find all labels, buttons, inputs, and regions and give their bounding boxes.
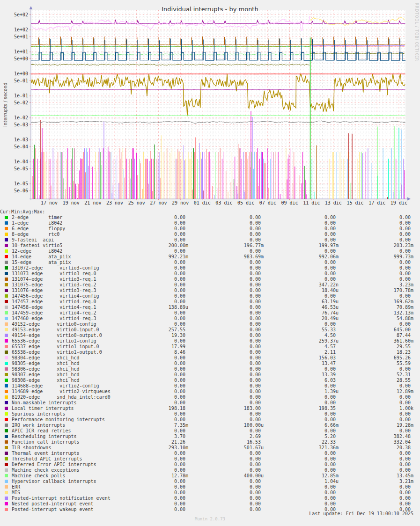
series-avg-value: 0.00 (324, 462, 339, 468)
series-avg-value: 0.00 (324, 383, 339, 389)
legend-row: 98305-edge xhci_hcd0.00 0.00 13.47 55.59 (0, 361, 420, 366)
series-cur-value: 0.00 (174, 411, 188, 417)
series-min-value: 0.00 (250, 400, 264, 406)
series-avg-value: 0.00 (324, 277, 339, 282)
series-label: 131073-edge virtio3-req.0 (12, 271, 96, 277)
series-max-value: 70.89m (397, 305, 413, 310)
series-cur-value: 0.00 (174, 428, 188, 434)
series-label: Machine check polls (12, 473, 65, 479)
series-max-value: 132.13m (394, 310, 413, 316)
series-color-swatch (5, 272, 8, 275)
legend-row: Deferred Error APIC interrupts0.00 0.00 … (0, 462, 420, 468)
series-avg-value: 0.00 (324, 366, 339, 372)
series-cur-value: 0.00 (174, 507, 188, 512)
series-min-value: 0.00 (250, 293, 264, 299)
legend-row: Thermal event interrupts0.00 0.00 0.00 0… (0, 451, 420, 456)
legend-row: Machine check exceptions0.00 0.00 0.00 0… (0, 468, 420, 473)
series-cur-value: 138.89u (169, 305, 188, 310)
series-cur-value: 0.00 (174, 400, 188, 406)
series-cur-value: 0.00 (174, 338, 188, 344)
series-min-value: 0.00 (250, 226, 264, 232)
legend-row: 131072-edge virtio3-config0.00 0.00 0.00… (0, 265, 420, 271)
series-max-value: 0.00 (399, 226, 413, 232)
series-avg-value: 0.00 (324, 451, 339, 456)
series-min-value: 0.00 (250, 310, 264, 316)
series-color-swatch (5, 373, 8, 376)
series-label: Posted-interrupt wakeup event (12, 507, 94, 512)
series-avg-value: 0.00 (324, 232, 339, 237)
series-min-value: 0.00 (250, 462, 264, 468)
series-avg-value: 0.00 (324, 260, 339, 265)
series-avg-value: 0.00 (324, 417, 339, 423)
series-avg-value: 0.00 (324, 400, 339, 406)
legend-row: 147457-edge virtio4-req.00.00 0.00 63.19… (0, 299, 420, 305)
series-color-swatch (5, 429, 8, 432)
series-avg-value: 1.04u (324, 479, 339, 484)
series-max-value: 0.00 (399, 462, 413, 468)
series-max-value: 695.26 (394, 355, 413, 361)
series-min-value: 2.69 (250, 434, 264, 439)
series-avg-value: 1.39u (324, 389, 339, 394)
series-color-swatch (5, 384, 8, 387)
series-color-swatch (5, 412, 8, 416)
series-cur-value: 3.70 (174, 434, 188, 439)
legend-row: Machine check polls12.78m400.00u12.85m13… (0, 473, 420, 479)
legend-row: ERR0.00 0.00 0.00 0.00 (0, 484, 420, 490)
series-cur-value: 0.00 (174, 293, 188, 299)
series-label: 49152-edge virtio0-config (12, 321, 96, 327)
series-cur-value: 0.00 (174, 383, 188, 389)
series-max-value: 0.00 (399, 260, 413, 265)
series-max-value: 0.00 (399, 490, 413, 496)
series-label: 147458-edge virtio4-req.1 (12, 305, 96, 310)
series-avg-value: 0.00 (324, 293, 339, 299)
series-min-value: 0.00 (250, 265, 264, 271)
series-color-swatch (5, 508, 8, 511)
series-color-swatch (5, 362, 8, 365)
series-label: Spurious interrupts (12, 411, 65, 417)
series-max-value: 645.00 (394, 327, 413, 333)
series-cur-value: 0.00 (174, 321, 188, 327)
series-cur-value: 0.00 (174, 462, 188, 468)
series-min-value: 0.00 (250, 366, 264, 372)
series-max-value: 0.00 (399, 400, 413, 406)
series-label: Local timer interrupts (12, 406, 74, 411)
series-color-swatch (5, 244, 8, 247)
series-cur-value: 0.00 (174, 366, 188, 372)
series-color-swatch (5, 463, 8, 466)
series-color-swatch (5, 440, 8, 444)
series-min-value: 0.00 (250, 361, 264, 366)
series-min-value: 0.00 (250, 428, 264, 434)
series-min-value: 501.67u (244, 445, 264, 451)
series-max-value: 0.00 (399, 271, 413, 277)
series-max-value: 0.00 (399, 232, 413, 237)
legend-row: 114689-edge virtio2-virtqueues0.00 0.00 … (0, 389, 420, 394)
series-label: 49153-edge virtio0-input.0 (12, 327, 99, 333)
series-color-swatch (5, 390, 8, 393)
legend-row: 131074-edge virtio3-req.10.00 0.00 0.00 … (0, 277, 420, 282)
legend-row: 114688-edge virtio2-config0.00 0.00 0.00… (0, 383, 420, 389)
series-label: 98306-edge xhci_hcd (12, 366, 80, 372)
series-label: 98304-edge xhci_hcd (12, 355, 80, 361)
series-cur-value: 0.00 (174, 215, 188, 220)
series-label: APIC ICR read retries (12, 428, 71, 434)
series-max-value: 0.00 (399, 484, 413, 490)
series-avg-value: 0.00 (324, 394, 339, 400)
series-cur-value: 0.00 (174, 271, 188, 277)
series-min-value: 0.00 (250, 282, 264, 288)
series-avg-value: 6.03 (324, 378, 339, 383)
series-avg-value: 22.33 (322, 439, 339, 445)
legend-row: 147456-edge virtio4-config0.00 0.00 0.00… (0, 293, 420, 299)
legend-row: 131075-edge virtio3-req.20.00 0.00 347.2… (0, 282, 420, 288)
series-min-value: 0.00 (250, 350, 264, 355)
series-min-value: 0.00 (250, 299, 264, 305)
series-min-value: 0.00 (250, 468, 264, 473)
series-cur-value: 7.35m (174, 423, 188, 428)
series-label: IRQ work interrupts (12, 423, 65, 428)
series-color-swatch (5, 300, 8, 303)
series-label: 8-edge rtc0 (12, 232, 59, 237)
series-label: 147456-edge virtio4-config (12, 293, 99, 299)
series-color-swatch (5, 502, 8, 505)
series-max-value: 29.55 (397, 344, 413, 350)
series-avg-value: 5.20 (324, 434, 339, 439)
legend-row: 65538-edge virtio1-output.08.46 0.00 2.1… (0, 350, 420, 355)
